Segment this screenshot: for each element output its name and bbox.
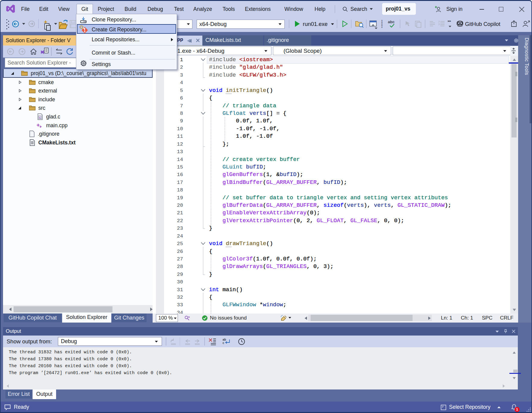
svg-text:ab: ab: [223, 338, 226, 341]
svg-text:c: c: [39, 115, 41, 119]
svg-text:c: c: [223, 341, 224, 345]
